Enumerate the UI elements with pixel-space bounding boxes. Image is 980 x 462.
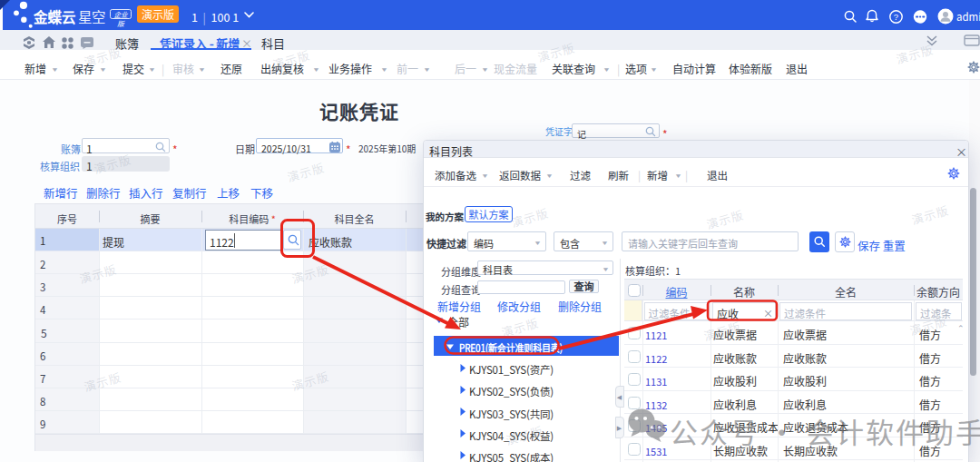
svg-text:?: ? <box>894 11 898 21</box>
